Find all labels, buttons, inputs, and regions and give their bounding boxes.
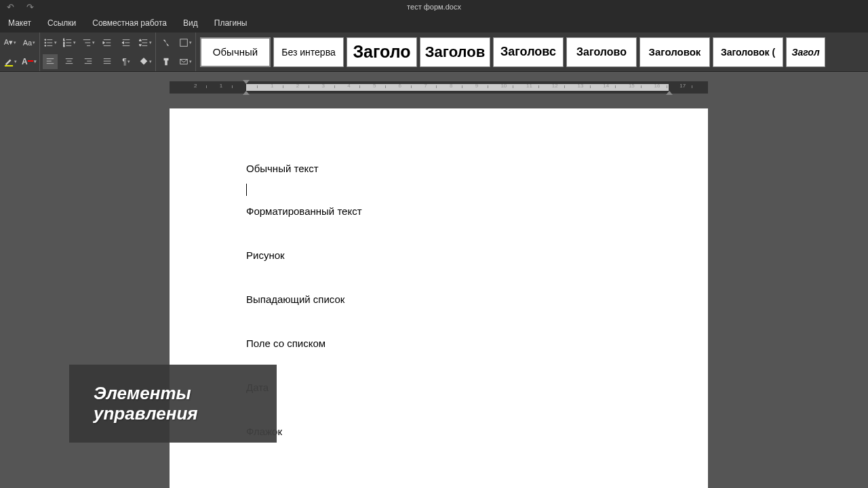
nonprinting-button[interactable]: ¶ [119,54,134,69]
style-option-7[interactable]: Заголовок ( [713,37,783,67]
insert-shape-button[interactable] [178,35,193,50]
style-option-1[interactable]: Без интерва [273,37,344,67]
toolbar: A▾ Aa A 123 ¶ [0,33,868,72]
style-option-3[interactable]: Заголов [420,37,490,67]
align-left-button[interactable] [43,54,58,69]
menu-view[interactable]: Вид [175,14,206,32]
doc-text-dropdown[interactable]: Выпадающий список [246,293,631,305]
style-option-8[interactable]: Загол [786,37,825,67]
increase-indent-button[interactable] [119,35,134,50]
hanging-indent-marker[interactable] [243,91,250,95]
style-option-5[interactable]: Заголово [566,37,637,67]
mailmerge-button[interactable] [178,54,193,69]
change-case-button[interactable]: A▾ [3,35,18,50]
menu-collaboration[interactable]: Совместная работа [84,14,175,32]
svg-rect-37 [180,39,187,46]
svg-text:3: 3 [63,44,65,47]
doc-text-checkbox[interactable]: Флажок [246,426,631,437]
line-spacing-button[interactable] [138,35,153,50]
font-case-button[interactable]: Aa [22,35,37,50]
style-option-4[interactable]: Заголовс [493,37,564,67]
doc-text-richtext[interactable]: Форматированный текст [246,205,631,217]
svg-point-5 [44,45,45,46]
caption-line2: управления [94,404,277,424]
redo-icon[interactable]: ↷ [26,2,34,12]
titlebar: ↶ ↷ тест форм.docx [0,0,868,14]
caption-overlay: Элементы управления [69,365,277,443]
svg-rect-0 [4,65,12,66]
highlight-color-button[interactable] [3,54,18,69]
horizontal-ruler[interactable]: 211234567891011121314151617 [170,81,708,94]
numbering-button[interactable]: 123 [62,35,77,50]
bullets-button[interactable] [43,35,58,50]
document-title: тест форм.docx [407,3,461,11]
paragraph-group: 123 ¶ [40,33,156,71]
menu-layout[interactable]: Макет [0,14,39,32]
doc-text-picture[interactable]: Рисунок [246,249,631,261]
styles-gallery: ОбычныйБез интерваЗаголоЗаголовЗаголовсЗ… [196,33,868,71]
first-line-indent-marker[interactable] [243,80,250,84]
copy-style-button[interactable] [159,54,174,69]
align-center-button[interactable] [62,54,77,69]
align-right-button[interactable] [81,54,96,69]
undo-icon[interactable]: ↶ [7,2,14,12]
svg-point-3 [44,42,45,43]
doc-text-plaintext[interactable]: Обычный текст [246,163,631,174]
menu-plugins[interactable]: Плагины [206,14,256,32]
doc-text-date[interactable]: Дата [246,382,631,393]
menubar: Макет Ссылки Совместная работа Вид Плаги… [0,14,868,33]
style-option-6[interactable]: Заголовок [639,37,710,67]
caption-line1: Элементы [94,384,277,404]
decrease-indent-button[interactable] [100,35,115,50]
clear-style-button[interactable] [159,35,174,50]
font-group: A▾ Aa A [0,33,40,71]
font-color-button[interactable]: A [22,54,37,69]
shading-button[interactable] [138,54,153,69]
style-option-2[interactable]: Заголо [347,37,417,67]
workspace: 211234567891011121314151617 Обычный текс… [0,72,868,488]
doc-text-combobox[interactable]: Поле со списком [246,338,631,349]
right-indent-marker[interactable] [666,91,673,95]
insert-group [156,33,196,71]
align-justify-button[interactable] [100,54,115,69]
multilevel-button[interactable] [81,35,96,50]
text-cursor [246,184,631,196]
style-option-0[interactable]: Обычный [200,37,271,67]
menu-links[interactable]: Ссылки [39,14,84,32]
svg-point-1 [44,39,45,40]
